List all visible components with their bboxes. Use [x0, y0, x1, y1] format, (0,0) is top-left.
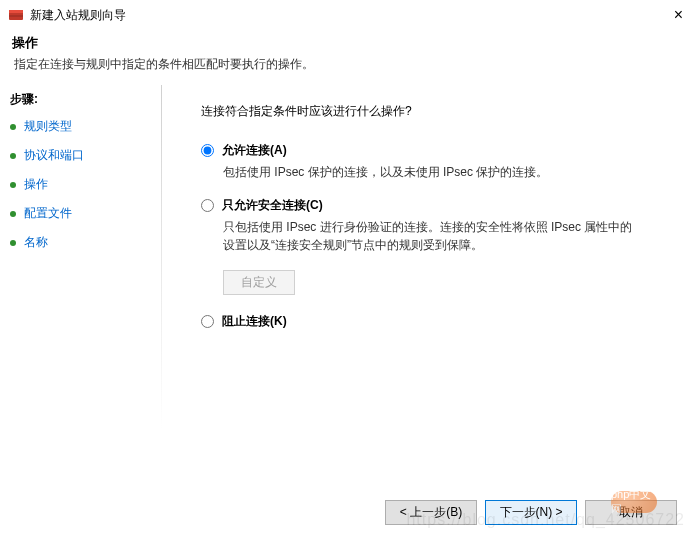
- cancel-button[interactable]: 取消: [585, 500, 677, 525]
- radio-allow[interactable]: [201, 144, 214, 157]
- radio-secure[interactable]: [201, 199, 214, 212]
- step-label: 规则类型: [24, 118, 72, 135]
- close-icon[interactable]: ×: [670, 6, 687, 24]
- step-name[interactable]: 名称: [10, 234, 150, 251]
- bullet-icon: [10, 124, 16, 130]
- content: 步骤: 规则类型 协议和端口 操作 配置文件 名称 连接符合指定条件时应该进行什…: [0, 85, 697, 492]
- svg-rect-2: [9, 15, 23, 17]
- step-label: 配置文件: [24, 205, 72, 222]
- option-block[interactable]: 阻止连接(K): [201, 313, 669, 330]
- svg-rect-1: [9, 10, 23, 13]
- window-title: 新建入站规则向导: [30, 7, 126, 24]
- page-subtitle: 指定在连接与规则中指定的条件相匹配时要执行的操作。: [14, 56, 685, 73]
- sidebar-title: 步骤:: [10, 91, 150, 108]
- step-protocol-port[interactable]: 协议和端口: [10, 147, 150, 164]
- option-secure[interactable]: 只允许安全连接(C): [201, 197, 669, 214]
- bullet-icon: [10, 182, 16, 188]
- step-label: 协议和端口: [24, 147, 84, 164]
- step-label: 操作: [24, 176, 48, 193]
- option-allow[interactable]: 允许连接(A): [201, 142, 669, 159]
- main-panel: 连接符合指定条件时应该进行什么操作? 允许连接(A) 包括使用 IPsec 保护…: [160, 85, 697, 492]
- option-secure-desc: 只包括使用 IPsec 进行身份验证的连接。连接的安全性将依照 IPsec 属性…: [223, 218, 643, 254]
- titlebar: 新建入站规则向导 ×: [0, 0, 697, 28]
- radio-block[interactable]: [201, 315, 214, 328]
- back-button[interactable]: < 上一步(B): [385, 500, 477, 525]
- wizard-footer: < 上一步(B) 下一步(N) > 取消: [0, 500, 697, 525]
- bullet-icon: [10, 211, 16, 217]
- customize-button: 自定义: [223, 270, 295, 295]
- step-label: 名称: [24, 234, 48, 251]
- firewall-icon: [8, 7, 24, 23]
- page-header: 操作 指定在连接与规则中指定的条件相匹配时要执行的操作。: [0, 28, 697, 85]
- bullet-icon: [10, 240, 16, 246]
- step-profile[interactable]: 配置文件: [10, 205, 150, 222]
- option-block-label: 阻止连接(K): [222, 313, 287, 330]
- step-rule-type[interactable]: 规则类型: [10, 118, 150, 135]
- option-secure-label: 只允许安全连接(C): [222, 197, 323, 214]
- option-allow-desc: 包括使用 IPsec 保护的连接，以及未使用 IPsec 保护的连接。: [223, 163, 643, 181]
- bullet-icon: [10, 153, 16, 159]
- option-allow-label: 允许连接(A): [222, 142, 287, 159]
- next-button[interactable]: 下一步(N) >: [485, 500, 577, 525]
- page-title: 操作: [12, 34, 685, 52]
- step-action[interactable]: 操作: [10, 176, 150, 193]
- action-prompt: 连接符合指定条件时应该进行什么操作?: [201, 103, 669, 120]
- sidebar: 步骤: 规则类型 协议和端口 操作 配置文件 名称: [0, 85, 160, 492]
